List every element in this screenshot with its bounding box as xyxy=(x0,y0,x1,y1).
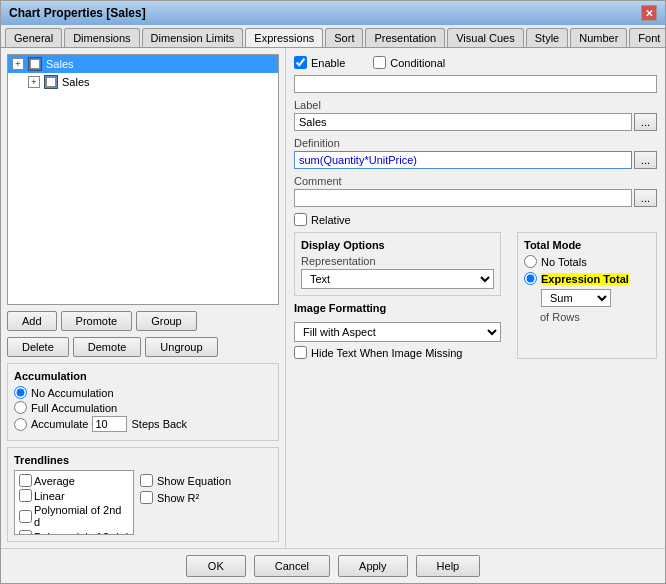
relative-checkbox[interactable] xyxy=(294,213,307,226)
total-mode-title: Total Mode xyxy=(524,239,650,251)
expression-total-label: Expression Total xyxy=(541,273,629,285)
tab-sort[interactable]: Sort xyxy=(325,28,363,47)
image-formatting-select[interactable]: Fill with Aspect No Stretch Fill Crop xyxy=(294,322,501,342)
trendlines-checks: Show Equation Show R² xyxy=(140,474,231,535)
tree-item-sales-selected[interactable]: + Sales xyxy=(8,55,278,73)
tree-toggle-expand[interactable]: + xyxy=(12,58,24,70)
conditional-checkbox[interactable] xyxy=(373,56,386,69)
tab-dimensions[interactable]: Dimensions xyxy=(64,28,139,47)
enable-label: Enable xyxy=(311,57,345,69)
label-btn[interactable]: ... xyxy=(634,113,657,131)
trendline-poly2-checkbox[interactable] xyxy=(19,510,32,523)
tab-dimension-limits[interactable]: Dimension Limits xyxy=(142,28,244,47)
trendline-item-poly3[interactable]: Polynomial of 3rd d xyxy=(17,529,131,535)
label-input-row: ... xyxy=(294,113,657,131)
label-field-label: Label xyxy=(294,99,657,111)
definition-btn[interactable]: ... xyxy=(634,151,657,169)
show-equation-label: Show Equation xyxy=(157,475,231,487)
conditional-label: Conditional xyxy=(390,57,445,69)
tree-icon-inner-child xyxy=(46,77,56,87)
sum-select[interactable]: Sum Average Min Max xyxy=(541,289,611,307)
trendline-item-linear[interactable]: Linear xyxy=(17,488,131,503)
hide-text-label: Hide Text When Image Missing xyxy=(311,347,462,359)
tree-item-sales-child[interactable]: + Sales xyxy=(8,73,278,91)
trendline-poly2-label: Polynomial of 2nd d xyxy=(34,504,129,528)
tab-font[interactable]: Font xyxy=(629,28,665,47)
window-title: Chart Properties [Sales] xyxy=(9,6,146,20)
tab-bar: General Dimensions Dimension Limits Expr… xyxy=(1,25,665,48)
no-accumulation-row: No Accumulation xyxy=(14,386,272,399)
accumulation-title: Accumulation xyxy=(14,370,272,382)
trendline-item-poly2[interactable]: Polynomial of 2nd d xyxy=(17,503,131,529)
comment-btn[interactable]: ... xyxy=(634,189,657,207)
show-equation-checkbox[interactable] xyxy=(140,474,153,487)
tree-toggle-child[interactable]: + xyxy=(28,76,40,88)
definition-field-label: Definition xyxy=(294,137,657,149)
show-r2-checkbox[interactable] xyxy=(140,491,153,504)
comment-field-label: Comment xyxy=(294,175,657,187)
accumulate-row: Accumulate Steps Back xyxy=(14,416,272,432)
comment-input[interactable] xyxy=(294,189,632,207)
tree-item-label: Sales xyxy=(46,58,74,70)
main-content: + Sales + Sales Add Promote xyxy=(1,48,665,548)
of-rows-label: of Rows xyxy=(540,311,650,323)
show-equation-row: Show Equation xyxy=(140,474,231,487)
comment-input-row: ... xyxy=(294,189,657,207)
ok-button[interactable]: OK xyxy=(186,555,246,577)
no-accumulation-radio[interactable] xyxy=(14,386,27,399)
right-panel: Enable Conditional Label ... xyxy=(286,48,665,548)
accumulate-radio[interactable] xyxy=(14,418,27,431)
enable-checkbox[interactable] xyxy=(294,56,307,69)
no-totals-radio[interactable] xyxy=(524,255,537,268)
trendline-linear-label: Linear xyxy=(34,490,65,502)
bottom-panel: OK Cancel Apply Help xyxy=(1,548,665,583)
promote-button[interactable]: Promote xyxy=(61,311,133,331)
tab-visual-cues[interactable]: Visual Cues xyxy=(447,28,524,47)
trendlines-section: Trendlines Average Linear Po xyxy=(7,447,279,542)
trendline-poly3-checkbox[interactable] xyxy=(19,530,32,535)
hide-text-checkbox[interactable] xyxy=(294,346,307,359)
enable-row: Enable Conditional xyxy=(294,56,657,69)
delete-button[interactable]: Delete xyxy=(7,337,69,357)
image-formatting-section: Image Formatting Fill with Aspect No Str… xyxy=(294,302,501,359)
trendline-average-label: Average xyxy=(34,475,75,487)
help-button[interactable]: Help xyxy=(416,555,481,577)
tab-expressions[interactable]: Expressions xyxy=(245,28,323,48)
cancel-button[interactable]: Cancel xyxy=(254,555,330,577)
tree-icon-sales-child xyxy=(44,75,58,89)
relative-row: Relative xyxy=(294,213,657,226)
definition-input-row: ... xyxy=(294,151,657,169)
tab-presentation[interactable]: Presentation xyxy=(365,28,445,47)
trendlines-inner: Average Linear Polynomial of 2nd d xyxy=(14,470,272,535)
tree-icon-inner xyxy=(30,59,40,69)
close-button[interactable]: ✕ xyxy=(641,5,657,21)
full-accumulation-label: Full Accumulation xyxy=(31,402,117,414)
full-accumulation-radio[interactable] xyxy=(14,401,27,414)
representation-select[interactable]: Text Line Symbol Bar xyxy=(301,269,494,289)
label-input[interactable] xyxy=(294,113,632,131)
steps-back-label: Steps Back xyxy=(131,418,187,430)
tab-general[interactable]: General xyxy=(5,28,62,47)
demote-button[interactable]: Demote xyxy=(73,337,142,357)
full-accumulation-row: Full Accumulation xyxy=(14,401,272,414)
group-button[interactable]: Group xyxy=(136,311,197,331)
accumulate-steps-input[interactable] xyxy=(92,416,127,432)
trendline-linear-checkbox[interactable] xyxy=(19,489,32,502)
ungroup-button[interactable]: Ungroup xyxy=(145,337,217,357)
conditional-input[interactable] xyxy=(294,75,657,93)
hide-text-row: Hide Text When Image Missing xyxy=(294,346,501,359)
apply-button[interactable]: Apply xyxy=(338,555,408,577)
add-button[interactable]: Add xyxy=(7,311,57,331)
definition-input[interactable] xyxy=(294,151,632,169)
tab-style[interactable]: Style xyxy=(526,28,568,47)
trendlines-list[interactable]: Average Linear Polynomial of 2nd d xyxy=(14,470,134,535)
trendline-item-average[interactable]: Average xyxy=(17,473,131,488)
accumulate-label: Accumulate xyxy=(31,418,88,430)
tab-number[interactable]: Number xyxy=(570,28,627,47)
no-totals-row: No Totals xyxy=(524,255,650,268)
middle-right: Display Options Representation Text Line… xyxy=(294,232,657,359)
expression-total-radio[interactable] xyxy=(524,272,537,285)
trendline-average-checkbox[interactable] xyxy=(19,474,32,487)
no-accumulation-label: No Accumulation xyxy=(31,387,114,399)
image-formatting-title: Image Formatting xyxy=(294,302,501,314)
